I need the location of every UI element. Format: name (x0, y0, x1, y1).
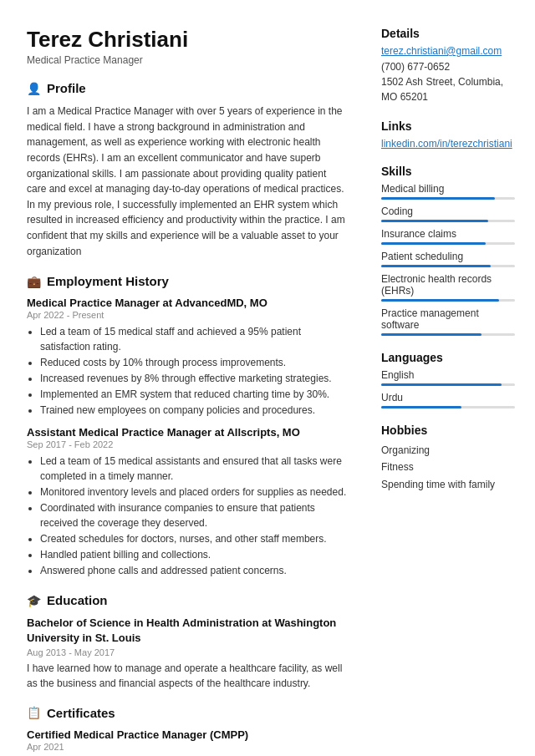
hobbies-section: Hobbies Organizing Fitness Spending time… (381, 424, 515, 493)
skill-bar-bg (381, 333, 515, 336)
employment-section: 💼 Employment History Medical Practice Ma… (27, 274, 348, 578)
lang-urdu: Urdu (381, 392, 515, 408)
skill-bar-bg (381, 265, 515, 267)
skills-section: Skills Medical billing Coding Insurance … (381, 165, 515, 336)
skill-label: Insurance claims (381, 228, 515, 240)
profile-section: 👤 Profile I am a Medical Practice Manage… (27, 81, 348, 259)
lang-bar-bg (381, 406, 515, 408)
education-heading: 🎓 Education (27, 593, 348, 609)
skill-coding: Coding (381, 205, 515, 222)
education-section: 🎓 Education Bachelor of Science in Healt… (27, 593, 348, 690)
list-item: Coordinated with insurance companies to … (40, 500, 348, 530)
job-2-bullets: Led a team of 15 medical assistants and … (27, 454, 348, 578)
skill-label: Coding (381, 205, 515, 217)
hobby-3: Spending time with family (381, 476, 515, 493)
email-link[interactable]: terez.christiani@gmail.com (381, 45, 515, 57)
job-1-bullets: Led a team of 15 medical staff and achie… (27, 324, 348, 418)
skill-medical-billing: Medical billing (381, 183, 515, 200)
languages-section: Languages English Urdu (381, 351, 515, 408)
list-item: Monitored inventory levels and placed or… (40, 485, 348, 500)
skill-bar-bg (381, 242, 515, 245)
list-item: Trained new employees on company policie… (40, 403, 348, 418)
links-heading: Links (381, 119, 515, 133)
list-item: Created schedules for doctors, nurses, a… (40, 531, 348, 546)
skill-bar-bg (381, 220, 515, 222)
profile-heading: 👤 Profile (27, 81, 348, 97)
cert-1-date: Apr 2021 (27, 742, 348, 752)
edu-1-title: Bachelor of Science in Health Administra… (27, 616, 348, 646)
languages-heading: Languages (381, 351, 515, 364)
hobby-2: Fitness (381, 459, 515, 475)
hobbies-heading: Hobbies (381, 424, 515, 437)
links-section: Links linkedin.com/in/terezchristiani (381, 119, 515, 150)
skill-label: Electronic health records (EHRs) (381, 273, 515, 297)
candidate-title: Medical Practice Manager (27, 54, 348, 66)
linkedin-link[interactable]: linkedin.com/in/terezchristiani (381, 138, 515, 150)
certificates-section: 📋 Certificates Certified Medical Practic… (27, 706, 348, 757)
skill-patient-scheduling: Patient scheduling (381, 251, 515, 267)
employment-icon: 💼 (27, 275, 41, 288)
address: 1502 Ash Street, Columbia, MO 65201 (381, 74, 515, 104)
hobby-1: Organizing (381, 442, 515, 459)
skill-bar-fill (381, 333, 482, 336)
skill-bar-fill (381, 220, 488, 222)
lang-label: Urdu (381, 392, 515, 403)
skill-bar-fill (381, 197, 495, 200)
details-heading: Details (381, 27, 515, 40)
lang-bar-fill (381, 383, 502, 386)
list-item: Handled patient billing and collections. (40, 547, 348, 562)
list-item: Increased revenues by 8% through effecti… (40, 371, 348, 386)
skill-bar-bg (381, 299, 515, 302)
skill-bar-fill (381, 242, 486, 245)
skill-bar-fill (381, 265, 491, 267)
skills-heading: Skills (381, 165, 515, 178)
edu-1: Bachelor of Science in Health Administra… (27, 616, 348, 690)
list-item: Reduced costs by 10% through process imp… (40, 355, 348, 370)
list-item: Led a team of 15 medical assistants and … (40, 454, 348, 484)
job-2: Assistant Medical Practice Manager at Al… (27, 426, 348, 578)
skill-label: Practice management software (381, 307, 515, 331)
skill-insurance: Insurance claims (381, 228, 515, 245)
phone: (700) 677-0652 (381, 59, 515, 74)
list-item: Led a team of 15 medical staff and achie… (40, 324, 348, 354)
skill-bar-bg (381, 197, 515, 200)
cert-1: Certified Medical Practice Manager (CMPP… (27, 728, 348, 752)
lang-english: English (381, 369, 515, 386)
job-2-title: Assistant Medical Practice Manager at Al… (27, 426, 348, 439)
lang-bar-bg (381, 383, 515, 386)
profile-icon: 👤 (27, 82, 41, 95)
profile-text: I am a Medical Practice Manager with ove… (27, 104, 348, 259)
job-1-title: Medical Practice Manager at AdvancedMD, … (27, 297, 348, 309)
certificates-icon: 📋 (27, 706, 41, 719)
skill-bar-fill (381, 299, 499, 302)
certificates-heading: 📋 Certificates (27, 706, 348, 722)
skill-ehr: Electronic health records (EHRs) (381, 273, 515, 302)
candidate-name: Terez Christiani (27, 27, 348, 53)
list-item: Answered phone calls and addressed patie… (40, 563, 348, 578)
edu-1-text: I have learned how to manage and operate… (27, 661, 348, 691)
skill-practice-mgmt: Practice management software (381, 307, 515, 336)
skill-label: Medical billing (381, 183, 515, 195)
list-item: Implemented an EMR system that reduced c… (40, 387, 348, 402)
education-icon: 🎓 (27, 594, 41, 607)
details-section: Details terez.christiani@gmail.com (700)… (381, 27, 515, 104)
skill-label: Patient scheduling (381, 251, 515, 262)
employment-heading: 💼 Employment History (27, 274, 348, 290)
job-1-date: Apr 2022 - Present (27, 310, 348, 320)
lang-bar-fill (381, 406, 461, 408)
lang-label: English (381, 369, 515, 381)
job-2-date: Sep 2017 - Feb 2022 (27, 439, 348, 449)
edu-1-date: Aug 2013 - May 2017 (27, 647, 348, 657)
cert-1-title: Certified Medical Practice Manager (CMPP… (27, 728, 348, 741)
job-1: Medical Practice Manager at AdvancedMD, … (27, 297, 348, 418)
